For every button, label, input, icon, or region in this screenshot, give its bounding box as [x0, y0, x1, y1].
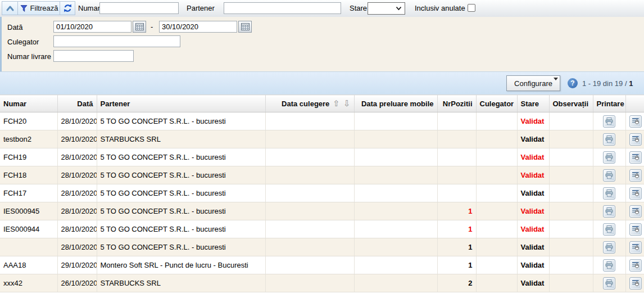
partener-input[interactable] — [224, 2, 341, 14]
cell-partener: 5 TO GO CONCEPT S.R.L. - bucuresti — [97, 112, 265, 130]
status-badge: Validat — [521, 243, 545, 251]
cell-data_preluare_mobile — [354, 274, 437, 292]
cell-actions — [625, 238, 644, 256]
cell-data_culegere — [265, 148, 354, 166]
details-hand-icon — [631, 153, 640, 162]
details-button[interactable] — [629, 241, 642, 254]
status-badge: Validat — [521, 171, 545, 179]
print-button[interactable] — [603, 115, 615, 128]
cell-observatii — [549, 220, 593, 238]
cell-nrpozitii — [437, 166, 476, 184]
table-row[interactable]: FCH2028/10/20205 TO GO CONCEPT S.R.L. - … — [0, 112, 644, 130]
cell-partener: 5 TO GO CONCEPT S.R.L. - bucuresti — [97, 238, 265, 256]
print-button[interactable] — [603, 205, 615, 218]
print-button[interactable] — [603, 133, 615, 146]
details-button[interactable] — [629, 151, 642, 164]
status-badge: Validat — [521, 117, 545, 125]
cell-culegator — [476, 166, 517, 184]
cell-stare: Validat — [517, 148, 549, 166]
print-button[interactable] — [603, 187, 615, 200]
pagination-status: 1 - 19 din 19 / 1 — [582, 79, 633, 88]
configurare-button[interactable]: Configurare — [506, 75, 560, 91]
printer-icon — [605, 279, 614, 288]
column-header-data[interactable]: Dată — [57, 95, 97, 112]
column-header-data_culegere[interactable]: Data culegere⇧⇩ — [265, 95, 354, 112]
cell-numar: FCH18 — [0, 166, 57, 184]
sort-ascending-icon[interactable]: ⇧ — [333, 98, 340, 109]
cell-data: 26/10/2020 — [57, 274, 97, 292]
stare-select[interactable] — [368, 2, 405, 15]
column-header-numar[interactable]: Numar — [0, 95, 57, 112]
details-button[interactable] — [629, 259, 642, 272]
refresh-button[interactable] — [60, 1, 75, 15]
details-button[interactable] — [629, 133, 642, 146]
column-header-stare[interactable]: Stare — [517, 95, 549, 112]
help-icon[interactable]: ? — [568, 78, 578, 88]
pagination-range: 1 - 19 din 19 / — [582, 79, 627, 88]
cell-numar: xxx42 — [0, 274, 57, 292]
print-button[interactable] — [603, 169, 615, 182]
cell-stare: Validat — [517, 256, 549, 274]
calendar-to-button[interactable] — [238, 21, 252, 33]
print-button[interactable] — [603, 259, 615, 272]
column-header-partener[interactable]: Partener — [97, 95, 265, 112]
print-button[interactable] — [603, 277, 615, 290]
column-header-actions[interactable] — [625, 95, 644, 112]
column-header-nrpozitii[interactable]: NrPozitii — [437, 95, 476, 112]
details-button[interactable] — [629, 205, 642, 218]
data-to-input[interactable] — [159, 21, 237, 33]
cell-nrpozitii — [437, 130, 476, 148]
column-label: Dată — [77, 100, 93, 108]
column-header-observatii[interactable]: Observații — [549, 95, 593, 112]
numar-livrare-input[interactable] — [53, 50, 134, 62]
document-list-screen: Filtrează Numar Partener Stare Inclusiv … — [0, 0, 644, 298]
table-row[interactable]: IES00094528/10/20205 TO GO CONCEPT S.R.L… — [0, 202, 644, 220]
culegator-input[interactable] — [53, 35, 180, 47]
cell-actions — [625, 202, 644, 220]
print-button[interactable] — [603, 241, 615, 254]
inclusiv-anulate-label: Inclusiv anulate — [415, 4, 465, 12]
cell-data: 29/10/2020 — [57, 256, 97, 274]
table-row[interactable]: xxx4226/10/2020STARBUCKS SRL2Validat — [0, 274, 644, 292]
date-range-separator: - — [151, 22, 153, 31]
details-button[interactable] — [629, 277, 642, 290]
details-button[interactable] — [629, 223, 642, 236]
cell-data: 29/10/2020 — [57, 130, 97, 148]
column-header-culegator[interactable]: Culegator — [476, 95, 517, 112]
stare-label: Stare — [350, 4, 367, 12]
filter-panel: Dată - Culegator Numar livrare — [0, 17, 644, 71]
cell-stare: Validat — [517, 130, 549, 148]
cell-numar: FCH17 — [0, 184, 57, 202]
column-header-data_preluare_mobile[interactable]: Data preluare mobile — [354, 95, 437, 112]
table-row[interactable]: FCH1728/10/20205 TO GO CONCEPT S.R.L. - … — [0, 184, 644, 202]
cell-data: 28/10/2020 — [57, 220, 97, 238]
print-button[interactable] — [603, 151, 615, 164]
table-row[interactable]: 28/10/20205 TO GO CONCEPT S.R.L. - bucur… — [0, 238, 644, 256]
table-row[interactable]: FCH1828/10/20205 TO GO CONCEPT S.R.L. - … — [0, 166, 644, 184]
table-row[interactable]: FCH1928/10/20205 TO GO CONCEPT S.R.L. - … — [0, 148, 644, 166]
cell-partener: Montero Soft SRL - Punct de lucru - Bucu… — [97, 256, 265, 274]
filter-button[interactable]: Filtrează — [17, 1, 60, 15]
inclusiv-anulate-checkbox[interactable] — [468, 4, 475, 12]
calendar-from-button[interactable] — [133, 21, 146, 33]
details-button[interactable] — [629, 169, 642, 182]
details-hand-icon — [631, 135, 640, 144]
status-badge: Validat — [521, 189, 545, 197]
numar-input[interactable] — [99, 2, 179, 14]
collapse-panel-button[interactable] — [2, 1, 18, 15]
cell-observatii — [549, 112, 593, 130]
details-button[interactable] — [629, 115, 642, 128]
table-row[interactable]: AAA1829/10/2020Montero Soft SRL - Punct … — [0, 256, 644, 274]
details-button[interactable] — [629, 187, 642, 200]
sort-descending-icon[interactable]: ⇩ — [343, 98, 351, 109]
column-header-printare[interactable]: Printare — [593, 95, 625, 112]
data-from-input[interactable] — [53, 21, 131, 33]
table-row[interactable]: IES00094428/10/20205 TO GO CONCEPT S.R.L… — [0, 220, 644, 238]
cell-printare — [593, 238, 625, 256]
table-row[interactable]: testbon229/10/2020STARBUCKS SRLValidat — [0, 130, 644, 148]
print-button[interactable] — [603, 223, 615, 236]
cell-data_culegere — [265, 274, 354, 292]
cell-observatii — [549, 184, 593, 202]
details-hand-icon — [631, 207, 640, 216]
cell-nrpozitii: 2 — [437, 274, 476, 292]
